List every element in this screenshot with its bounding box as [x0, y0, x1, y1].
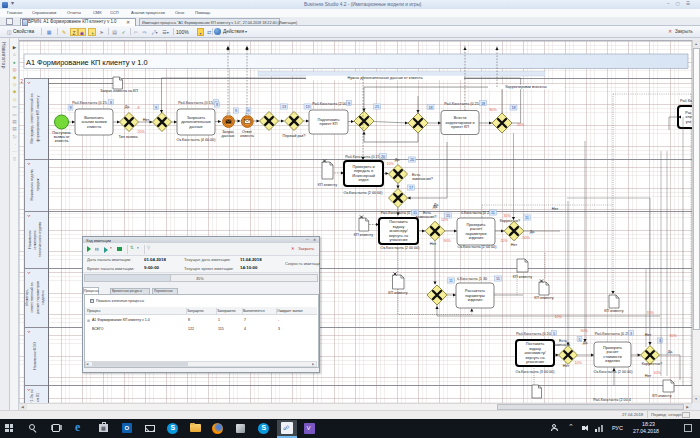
svg-text:Раб.Константа (2 00.: Раб.Константа (2 00. — [312, 102, 348, 106]
svg-text:расчет: расчет — [607, 350, 619, 354]
svg-text:вернуть на: вернуть на — [389, 234, 409, 238]
svg-text:Нет: Нет — [563, 364, 570, 368]
svg-text:11: 11 — [525, 216, 529, 220]
svg-text:15: 15 — [446, 214, 450, 218]
svg-text:Нужны дополнительные данные от: Нужны дополнительные данные от клиента — [348, 76, 424, 80]
svg-text:параметры: параметры — [465, 294, 485, 298]
svg-text:70%: 70% — [646, 311, 654, 315]
svg-text:Начальник отдела: Начальник отдела — [30, 168, 34, 200]
svg-text:Корректно?: Корректно? — [642, 362, 662, 366]
svg-text:клиента: клиента — [55, 139, 70, 143]
svg-text:2: 2 — [21, 79, 24, 84]
svg-text:клиента: клиента — [87, 125, 102, 129]
svg-text:Поставить: Поставить — [389, 220, 407, 224]
svg-text:Запросить: Запросить — [187, 116, 205, 120]
svg-text:11: 11 — [449, 279, 453, 283]
svg-text:Ок.Константа (3 00 00): Ок.Константа (3 00 00) — [516, 370, 555, 374]
svg-text:10%: 10% — [386, 162, 394, 166]
svg-text:клиента: клиента — [240, 134, 255, 138]
svg-text:О 1 За сч: О 1 За сч — [30, 389, 34, 404]
svg-text:11: 11 — [491, 211, 495, 215]
svg-text:20%: 20% — [500, 239, 508, 243]
svg-text:9: 9 — [247, 109, 249, 113]
svg-text:11: 11 — [496, 277, 500, 281]
svg-text:- 8: - 8 — [135, 106, 139, 110]
svg-text:уточнение: уточнение — [389, 238, 407, 242]
svg-text:50%: 50% — [522, 236, 530, 240]
svg-text:КП клиенту: КП клиенту — [604, 309, 624, 313]
svg-text:КП клиенту: КП клиенту — [354, 233, 374, 237]
svg-text:стоимости: стоимости — [603, 355, 621, 359]
svg-text:Нет: Нет — [511, 243, 518, 247]
svg-text:Ок.Константа (2 00 00): Ок.Константа (2 00 00) — [458, 245, 497, 249]
svg-text:Есть: Есть — [412, 173, 420, 177]
svg-text:КП клиенту: КП клиенту — [534, 296, 554, 300]
svg-text:8: 8 — [110, 101, 112, 105]
svg-text:9: 9 — [155, 106, 157, 110]
svg-text:изделия: изделия — [468, 298, 482, 302]
svg-text:18: 18 — [511, 106, 515, 110]
svg-text:Нет: Нет — [645, 374, 652, 378]
svg-text:А1 Формирование КП клиенту v 1: А1 Формирование КП клиенту v 1.0 — [26, 58, 148, 67]
svg-text:Ок.Константа (2 00 00): Ок.Константа (2 00 00) — [381, 246, 420, 250]
svg-text:Раб.Константа (0 25.: Раб.Константа (0 25. — [444, 102, 480, 106]
svg-text:б.Константа (0 25: б.Константа (0 25 — [461, 211, 491, 215]
svg-text:Нет: Нет — [645, 333, 652, 337]
svg-text:отдел: отдел — [358, 178, 368, 182]
svg-text:Да: Да — [125, 105, 131, 109]
svg-text:дополнительные: дополнительные — [181, 120, 211, 124]
svg-text:Инженерный: Инженерный — [352, 174, 375, 178]
svg-text:проект КП: проект КП — [320, 122, 338, 126]
svg-text:корректировки в: корректировки в — [446, 121, 475, 125]
svg-text:параметров: параметров — [466, 232, 487, 236]
svg-text:9: 9 — [235, 109, 237, 113]
svg-text:Проверить и: Проверить и — [352, 165, 374, 169]
svg-text:анализ заявки: анализ заявки — [81, 120, 106, 124]
svg-text:передать в: передать в — [354, 169, 373, 173]
svg-text:данные: данные — [189, 125, 202, 129]
svg-text:10%: 10% — [653, 371, 661, 375]
svg-text:Корректировки внесены: Корректировки внесены — [505, 85, 546, 89]
svg-text:Раб.Константа (0 20.: Раб.Константа (0 20. — [516, 332, 552, 336]
svg-text:Выполнить: Выполнить — [84, 116, 104, 120]
svg-text:80%: 80% — [489, 108, 497, 112]
svg-text:задачу: задачу — [393, 225, 405, 229]
svg-text:инженеру/: инженеру/ — [389, 229, 408, 233]
svg-text:Тип заявка: Тип заявка — [118, 135, 138, 139]
svg-text:Первый раз?: Первый раз? — [283, 134, 306, 138]
svg-text:б.Константа (1 30: б.Константа (1 30 — [457, 277, 487, 281]
svg-text:8: 8 — [69, 106, 71, 110]
svg-text:Начальник: Начальник — [28, 230, 32, 249]
svg-text:20%: 20% — [517, 123, 525, 127]
svg-text:Поставить: Поставить — [526, 342, 544, 346]
svg-text:90%: 90% — [443, 239, 451, 243]
svg-text:5: 5 — [578, 338, 580, 342]
svg-text:Нет: Нет — [430, 242, 437, 246]
svg-text:ответственный за: ответственный за — [30, 281, 34, 312]
svg-text:Нет: Нет — [552, 207, 559, 211]
svg-text:Проверить: Проверить — [603, 346, 622, 350]
svg-text:Раб.Константа (0 25.: Раб.Константа (0 25. — [345, 155, 381, 159]
svg-text:технического отдела: технического отдела — [38, 221, 42, 257]
svg-text:изделия: изделия — [605, 359, 619, 363]
svg-text:Корректно?: Корректно? — [500, 219, 520, 223]
svg-text:10%: 10% — [441, 218, 449, 222]
svg-text:экономисту/: экономисту/ — [524, 351, 546, 355]
svg-text:Ок.Константа (2 00 00): Ок.Константа (2 00 00) — [344, 191, 383, 195]
svg-text:Раб.Константа (0 25.: Раб.Константа (0 25. — [72, 101, 108, 105]
svg-text:8: 8 — [348, 102, 350, 106]
svg-text:90%: 90% — [580, 329, 588, 333]
svg-text:расчет: расчет — [470, 227, 482, 231]
svg-text:проект КП: проект КП — [451, 125, 469, 129]
svg-text:Раб.Константа (0 25: Раб.Константа (0 25 — [595, 332, 629, 336]
svg-text:30%: 30% — [669, 334, 677, 338]
svg-text:Раб.Константа (0 15: Раб.Константа (0 15 — [381, 211, 415, 215]
svg-text:формирование КП клиенту: формирование КП клиенту — [36, 95, 40, 141]
svg-text:17: 17 — [409, 186, 413, 190]
svg-text:Да: Да — [530, 230, 536, 234]
svg-text:Рассчитать: Рассчитать — [465, 289, 485, 293]
svg-text:Ок.Константа (4 00.00): Ок.Константа (4 00.00) — [177, 138, 216, 142]
svg-text:21: 21 — [375, 105, 379, 109]
svg-text:20: 20 — [381, 155, 385, 159]
svg-text:Менеджер, ответственный за: Менеджер, ответственный за — [30, 92, 34, 143]
